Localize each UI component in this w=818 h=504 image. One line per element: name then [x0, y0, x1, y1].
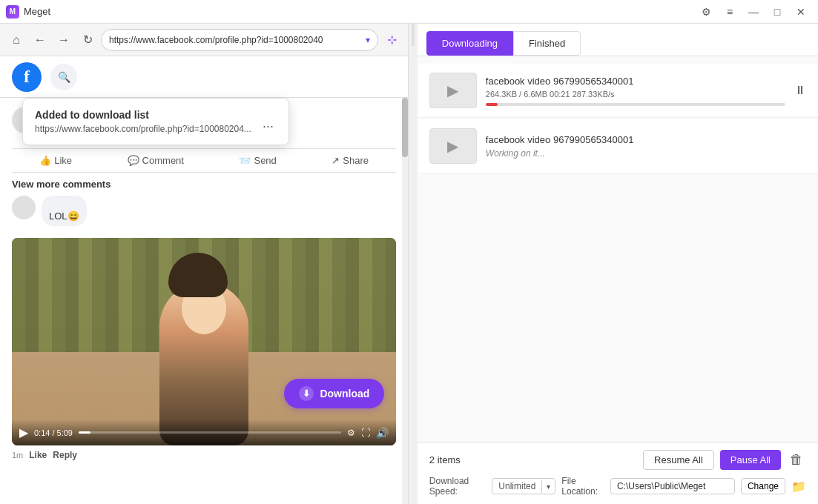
notification-title: Added to download list [35, 109, 277, 121]
change-location-button[interactable]: Change [741, 478, 785, 494]
like-button[interactable]: 👍 Like [30, 150, 81, 170]
action-bar: 👍 Like 💬 Comment 📨 Send ↗ Share [12, 148, 396, 173]
share-icon: ↗ [332, 155, 340, 166]
title-bar-left: M Meget [6, 5, 50, 19]
scroll-thumb [402, 98, 408, 157]
file-location-label: File Location: [561, 476, 604, 497]
download-thumbnail: ▶ [429, 73, 477, 108]
download-panel: Downloading Finished ▶ facebook video 96… [418, 24, 818, 504]
send-button[interactable]: 📨 Send [230, 150, 285, 170]
more-options-button[interactable]: ··· [257, 116, 280, 137]
fullscreen-icon[interactable]: ⛶ [361, 428, 370, 438]
notification-popup: Added to download list https://www.faceb… [22, 98, 289, 145]
maximize-button[interactable]: □ [766, 2, 788, 21]
pause-all-button[interactable]: Pause All [720, 450, 781, 470]
download-thumbnail: ▶ [429, 128, 477, 164]
address-dropdown-icon[interactable]: ▾ [366, 35, 370, 45]
share-button[interactable]: ↗ Share [323, 150, 377, 170]
volume-icon[interactable]: 🔊 [376, 427, 389, 439]
download-overlay: ⬇ Download [284, 379, 384, 408]
send-icon: 📨 [239, 155, 251, 166]
facebook-search[interactable]: 🔍 [50, 64, 77, 90]
facebook-logo: f [12, 62, 42, 92]
comment-text: LOL😄 [49, 210, 79, 222]
working-status: Working on it... [486, 148, 806, 159]
scroll-bar[interactable] [402, 98, 408, 504]
logo-char: M [10, 7, 16, 16]
comment-label: Comment [142, 155, 184, 166]
trash-button[interactable]: 🗑 [787, 450, 806, 470]
download-meta: 264.3KB / 6.6MB 00:21 287.33KB/s [486, 90, 785, 99]
comment-time: 1m [12, 451, 23, 460]
download-item: ▶ facebook video 967990565340001 Working… [418, 119, 818, 173]
home-button[interactable]: ⌂ [6, 30, 27, 50]
video-wrapper[interactable]: ▶ 0:14 / 5:09 ⚙ ⛶ 🔊 ⬇ Download [12, 238, 396, 445]
window-controls: ⚙ ≡ — □ ✕ [695, 2, 812, 21]
back-button[interactable]: ← [30, 30, 50, 50]
anime-character-area [12, 238, 396, 445]
close-button[interactable]: ✕ [790, 2, 812, 21]
speed-selector[interactable]: Unlimited ▾ [492, 478, 555, 494]
download-name: facebook video 967990565340001 [486, 134, 806, 145]
comment-row: LOL😄 [12, 196, 396, 226]
comment-reply-action[interactable]: Reply [53, 450, 77, 460]
comment-icon: 💬 [128, 155, 139, 166]
download-video-button[interactable]: ⬇ Download [284, 379, 384, 408]
items-count: 2 items [429, 454, 461, 465]
facebook-header: f 🔍 [0, 56, 408, 98]
tab-finished[interactable]: Finished [513, 31, 581, 56]
download-item: ▶ facebook video 967990565340001 264.3KB… [418, 64, 818, 118]
download-info: facebook video 967990565340001 264.3KB /… [486, 76, 785, 106]
reload-button[interactable]: ↻ [77, 30, 98, 50]
bookmark-button[interactable]: ⊹ [381, 30, 402, 50]
play-button[interactable]: ▶ [19, 425, 28, 440]
open-folder-button[interactable]: 📁 [791, 480, 806, 494]
footer-top: 2 items Resume All Pause All 🗑 [429, 450, 806, 470]
download-progress-bar [486, 103, 785, 106]
comments-section: View more comments LOL😄 [0, 173, 408, 238]
minimize-button[interactable]: — [742, 2, 765, 21]
resume-all-button[interactable]: Resume All [643, 450, 714, 470]
download-footer: 2 items Resume All Pause All 🗑 Download … [418, 442, 818, 504]
download-name: facebook video 967990565340001 [486, 76, 785, 87]
download-progress-fill [486, 103, 498, 106]
main-area: ⌂ ← → ↻ ▾ ⊹ f 🔍 Added to download list h… [0, 24, 818, 504]
comment-button[interactable]: 💬 Comment [119, 150, 193, 170]
footer-bottom: Download Speed: Unlimited ▾ File Locatio… [429, 476, 806, 497]
menu-button[interactable]: ≡ [719, 2, 741, 21]
notification-url: https://www.facebook.com/profile.php?id=… [35, 124, 277, 134]
tab-downloading[interactable]: Downloading [426, 31, 513, 56]
forward-button[interactable]: → [53, 30, 74, 50]
app-title: Meget [24, 6, 50, 17]
video-progress-fill [79, 431, 90, 434]
comment-bubble: LOL😄 [42, 196, 87, 226]
file-location-input[interactable] [610, 478, 735, 494]
download-label: Download [320, 388, 369, 399]
download-info: facebook video 967990565340001 Working o… [486, 134, 806, 159]
video-time: 0:14 / 5:09 [34, 428, 73, 437]
facebook-scroll[interactable]: 👍 Like 💬 Comment 📨 Send ↗ Share [0, 98, 408, 504]
footer-actions: Resume All Pause All 🗑 [643, 450, 806, 470]
pause-button[interactable]: ⏸ [794, 84, 806, 97]
comment-username [49, 200, 79, 210]
view-more-comments[interactable]: View more comments [12, 179, 396, 190]
send-label: Send [254, 155, 276, 166]
comment-like-action[interactable]: Like [29, 450, 47, 460]
download-item-controls: ⏸ [785, 84, 806, 97]
address-input[interactable] [109, 35, 366, 45]
video-settings-icon[interactable]: ⚙ [347, 428, 355, 438]
speed-dropdown-arrow[interactable]: ▾ [541, 480, 555, 493]
download-icon: ⬇ [299, 386, 314, 401]
browser-toolbar: ⌂ ← → ↻ ▾ ⊹ [0, 24, 408, 56]
download-items-list: ▶ facebook video 967990565340001 264.3KB… [418, 56, 818, 442]
panel-divider[interactable] [412, 24, 415, 46]
like-icon: 👍 [39, 155, 51, 166]
comment-avatar [12, 196, 36, 219]
title-bar: M Meget ⚙ ≡ — □ ✕ [0, 0, 818, 24]
app-logo: M [6, 5, 19, 19]
comment-below-video: 1m Like Reply [0, 445, 408, 465]
browser-panel: ⌂ ← → ↻ ▾ ⊹ f 🔍 Added to download list h… [0, 24, 409, 504]
like-label: Like [54, 155, 72, 166]
video-progress-bar[interactable] [79, 431, 341, 434]
settings-button[interactable]: ⚙ [695, 2, 717, 21]
